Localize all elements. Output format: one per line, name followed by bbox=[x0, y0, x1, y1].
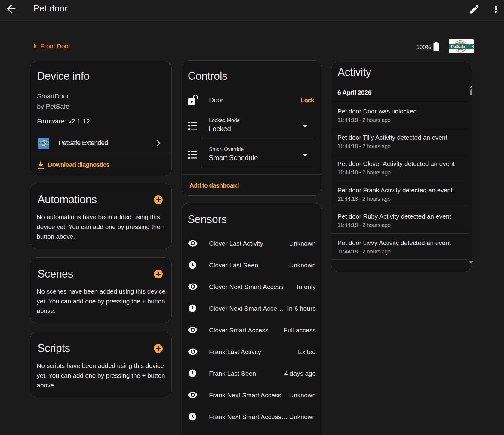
svg-text:PetSafe: PetSafe bbox=[451, 44, 465, 49]
svg-text:PetSafe: PetSafe bbox=[40, 142, 48, 144]
